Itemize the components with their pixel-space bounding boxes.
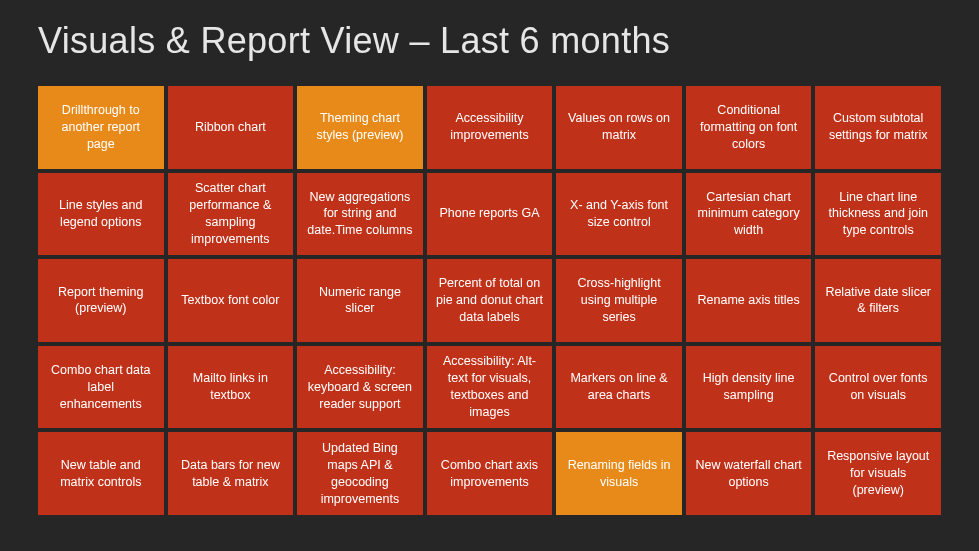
feature-tile: New aggregations for string and date.Tim… bbox=[297, 173, 423, 256]
feature-tile: High density line sampling bbox=[686, 346, 812, 429]
feature-tile: Theming chart styles (preview) bbox=[297, 86, 423, 169]
feature-tile: Values on rows on matrix bbox=[556, 86, 682, 169]
feature-tile: Renaming fields in visuals bbox=[556, 432, 682, 515]
feature-tile: X- and Y-axis font size control bbox=[556, 173, 682, 256]
feature-tile: Rename axis titles bbox=[686, 259, 812, 342]
feature-tile: Updated Bing maps API & geocoding improv… bbox=[297, 432, 423, 515]
feature-tile: New waterfall chart options bbox=[686, 432, 812, 515]
feature-tile: Responsive layout for visuals (preview) bbox=[815, 432, 941, 515]
feature-tile: Textbox font color bbox=[168, 259, 294, 342]
feature-tile: Drillthrough to another report page bbox=[38, 86, 164, 169]
feature-tile: Cross-highlight using multiple series bbox=[556, 259, 682, 342]
feature-tile: Line chart line thickness and join type … bbox=[815, 173, 941, 256]
feature-tile: Data bars for new table & matrix bbox=[168, 432, 294, 515]
feature-tile: Conditional formatting on font colors bbox=[686, 86, 812, 169]
feature-tile: Custom subtotal settings for matrix bbox=[815, 86, 941, 169]
feature-tile: Control over fonts on visuals bbox=[815, 346, 941, 429]
feature-tile: Relative date slicer & filters bbox=[815, 259, 941, 342]
feature-grid: Drillthrough to another report pageRibbo… bbox=[0, 62, 979, 543]
feature-tile: Scatter chart performance & sampling imp… bbox=[168, 173, 294, 256]
feature-tile: New table and matrix controls bbox=[38, 432, 164, 515]
feature-tile: Mailto links in textbox bbox=[168, 346, 294, 429]
feature-tile: Accessibility: keyboard & screen reader … bbox=[297, 346, 423, 429]
feature-tile: Percent of total on pie and donut chart … bbox=[427, 259, 553, 342]
feature-tile: Line styles and legend options bbox=[38, 173, 164, 256]
feature-tile: Combo chart axis improvements bbox=[427, 432, 553, 515]
feature-tile: Accessibility improvements bbox=[427, 86, 553, 169]
feature-tile: Numeric range slicer bbox=[297, 259, 423, 342]
feature-tile: Ribbon chart bbox=[168, 86, 294, 169]
feature-tile: Accessibility: Alt-text for visuals, tex… bbox=[427, 346, 553, 429]
page-title: Visuals & Report View – Last 6 months bbox=[0, 0, 979, 62]
feature-tile: Cartesian chart minimum category width bbox=[686, 173, 812, 256]
feature-tile: Markers on line & area charts bbox=[556, 346, 682, 429]
feature-tile: Combo chart data label enhancements bbox=[38, 346, 164, 429]
feature-tile: Report theming (preview) bbox=[38, 259, 164, 342]
feature-tile: Phone reports GA bbox=[427, 173, 553, 256]
